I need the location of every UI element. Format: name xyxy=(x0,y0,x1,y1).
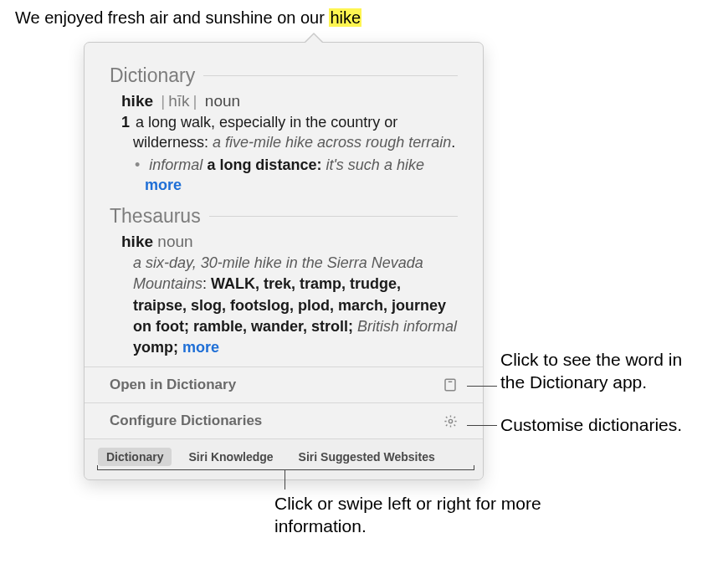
callout-leader xyxy=(467,386,497,387)
callout-config: Customise dictionaries. xyxy=(500,413,684,436)
callout-leader xyxy=(97,469,474,470)
thesaurus-headline: hike noun xyxy=(121,233,458,251)
thesaurus-heading: Thesaurus xyxy=(110,205,458,228)
more-link[interactable]: more xyxy=(182,339,219,356)
dictionary-entry: hike |hīk| noun 1 a long walk, especiall… xyxy=(110,92,458,195)
pronunciation: hīk xyxy=(168,92,189,110)
callout-leader xyxy=(97,465,98,470)
tab-siri-suggested-websites[interactable]: Siri Suggested Websites xyxy=(290,448,443,466)
popover-content: Dictionary hike |hīk| noun 1 a long walk… xyxy=(85,43,483,366)
callout-tabs: Click or swipe left or right for more in… xyxy=(274,492,542,538)
subsense-text: a long distance: xyxy=(207,156,321,173)
tab-siri-knowledge[interactable]: Siri Knowledge xyxy=(180,448,281,466)
headword: hike xyxy=(121,233,153,250)
pron-bar: | xyxy=(161,92,165,110)
synonyms-tail: yomp; xyxy=(133,339,178,356)
callout-leader xyxy=(285,469,285,489)
thesaurus-body: a six-day, 30-mile hike in the Sierra Ne… xyxy=(121,253,458,358)
thesaurus-heading-label: Thesaurus xyxy=(110,205,201,228)
dictionary-app-icon xyxy=(443,377,458,392)
subsense: • informal a long distance: it's such a … xyxy=(121,155,458,196)
tab-dictionary[interactable]: Dictionary xyxy=(98,448,172,466)
pron-bar: | xyxy=(193,92,197,110)
callout-open: Click to see the word in the Dictionary … xyxy=(500,348,710,394)
text-before: We enjoyed fresh air and sunshine on our xyxy=(15,8,329,27)
divider xyxy=(209,216,458,217)
part-of-speech: noun xyxy=(205,92,240,110)
callout-leader xyxy=(467,425,497,426)
open-in-dictionary-label: Open in Dictionary xyxy=(110,377,236,393)
divider xyxy=(203,75,458,76)
callout-leader xyxy=(474,465,474,470)
svg-rect-0 xyxy=(445,379,455,391)
bullet-icon: • xyxy=(135,156,140,173)
dictionary-heading: Dictionary xyxy=(110,64,458,87)
sample-sentence: We enjoyed fresh air and sunshine on our… xyxy=(15,8,361,28)
lookup-popover: Dictionary hike |hīk| noun 1 a long walk… xyxy=(84,42,484,480)
definition: 1 a long walk, especially in the country… xyxy=(121,112,458,153)
more-link[interactable]: more xyxy=(145,177,182,193)
svg-point-1 xyxy=(449,419,452,423)
subsense-example: it's such a hike xyxy=(326,156,424,173)
gear-icon xyxy=(443,413,458,428)
configure-dictionaries-row[interactable]: Configure Dictionaries xyxy=(85,402,483,438)
definition-example: a five-mile hike across rough terrain xyxy=(213,134,451,151)
thesaurus-entry: hike noun a six-day, 30-mile hike in the… xyxy=(110,233,458,358)
headword: hike xyxy=(121,92,153,110)
sense-number: 1 xyxy=(121,114,130,131)
configure-dictionaries-label: Configure Dictionaries xyxy=(110,413,262,429)
region-label: British informal xyxy=(357,318,457,335)
dictionary-headline: hike |hīk| noun xyxy=(121,92,458,110)
synonym-primary: WALK xyxy=(211,275,255,292)
register-label: informal xyxy=(149,156,203,173)
open-in-dictionary-row[interactable]: Open in Dictionary xyxy=(85,366,483,402)
category-tabs: Dictionary Siri Knowledge Siri Suggested… xyxy=(85,438,483,479)
dictionary-heading-label: Dictionary xyxy=(110,64,195,87)
highlighted-word: hike xyxy=(329,8,361,27)
part-of-speech: noun xyxy=(157,233,192,250)
